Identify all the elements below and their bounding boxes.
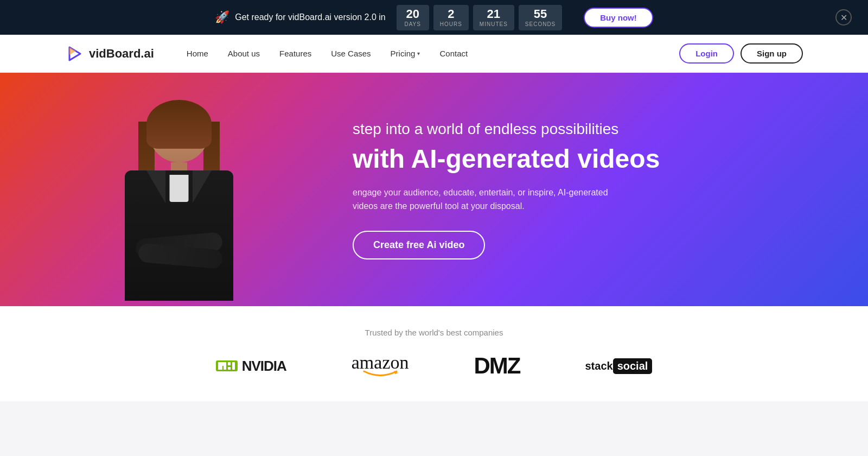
hero-person-container <box>81 73 277 306</box>
company-logos: NVIDIA amazon DMZ stack social <box>65 352 803 379</box>
close-announcement-button[interactable]: ✕ <box>835 9 852 26</box>
svg-rect-6 <box>228 367 231 370</box>
signup-button[interactable]: Sign up <box>741 43 803 64</box>
nav-features[interactable]: Features <box>279 49 311 58</box>
hero-title: with AI-generated videos <box>353 143 660 175</box>
days-label: DAYS <box>403 21 423 27</box>
minutes-value: 21 <box>480 8 508 20</box>
days-value: 20 <box>403 8 423 20</box>
hero-subtitle: step into a world of endless possibiliti… <box>353 119 660 139</box>
svg-rect-5 <box>228 362 231 365</box>
hours-label: HOURS <box>440 21 462 27</box>
nav-about[interactable]: About us <box>228 49 260 58</box>
svg-rect-7 <box>232 362 235 370</box>
rocket-icon: 🚀 <box>215 10 229 24</box>
navbar: vidBoard.ai Home About us Features Use C… <box>0 35 868 73</box>
countdown-minutes: 21 MINUTES <box>473 5 514 30</box>
minutes-label: MINUTES <box>480 21 508 27</box>
countdown-timer: 20 DAYS 2 HOURS 21 MINUTES 55 SECONDS <box>397 5 563 30</box>
nav-links: Home About us Features Use Cases Pricing… <box>187 49 679 58</box>
announcement-text: Get ready for vidBoard.ai version 2.0 in <box>235 12 385 22</box>
trusted-label: Trusted by the world's best companies <box>65 328 803 337</box>
hero-description: engage your audience, educate, entertain… <box>353 186 613 213</box>
pricing-dropdown-arrow: ▾ <box>417 50 420 56</box>
nav-use-cases[interactable]: Use Cases <box>331 49 371 58</box>
countdown-hours: 2 HOURS <box>433 5 469 30</box>
bottom-section <box>0 401 868 456</box>
countdown-seconds: 55 SECONDS <box>519 5 562 30</box>
amazon-logo: amazon <box>352 352 409 379</box>
close-icon: ✕ <box>840 12 847 23</box>
cta-button[interactable]: Create free Ai video <box>353 231 485 259</box>
seconds-value: 55 <box>525 8 556 20</box>
logo-link[interactable]: vidBoard.ai <box>65 44 154 64</box>
nvidia-logo: NVIDIA <box>216 358 286 375</box>
hours-value: 2 <box>440 8 462 20</box>
nav-pricing[interactable]: Pricing ▾ <box>391 49 420 58</box>
logo-text: vidBoard.ai <box>89 47 154 61</box>
svg-rect-8 <box>218 362 226 366</box>
nav-contact[interactable]: Contact <box>439 49 468 58</box>
nav-actions: Login Sign up <box>679 43 803 64</box>
nav-home[interactable]: Home <box>187 49 208 58</box>
buy-now-button[interactable]: Buy now! <box>584 8 653 28</box>
hero-person-figure <box>119 100 239 306</box>
countdown-days: 20 DAYS <box>397 5 429 30</box>
stacksocial-logo: stack social <box>585 358 652 374</box>
nvidia-text: NVIDIA <box>242 358 286 375</box>
logo-icon <box>65 44 85 64</box>
hero-content: step into a world of endless possibiliti… <box>353 119 660 259</box>
nvidia-icon <box>216 358 239 374</box>
trusted-section: Trusted by the world's best companies NV… <box>0 306 868 401</box>
announcement-bar: 🚀 Get ready for vidBoard.ai version 2.0 … <box>0 0 868 35</box>
dmz-logo: DMZ <box>474 353 520 379</box>
seconds-label: SECONDS <box>525 21 556 27</box>
hero-section: step into a world of endless possibiliti… <box>0 73 868 306</box>
amazon-smile-icon <box>361 370 399 377</box>
login-button[interactable]: Login <box>679 43 734 64</box>
announcement-text-container: 🚀 Get ready for vidBoard.ai version 2.0 … <box>215 10 385 24</box>
